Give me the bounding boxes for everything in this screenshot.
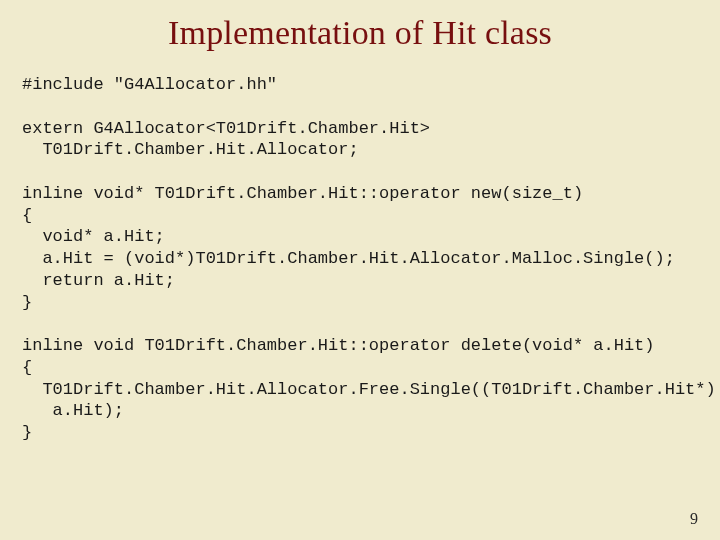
code-block: #include "G4Allocator.hh" extern G4Alloc… xyxy=(0,52,720,444)
slide: Implementation of Hit class #include "G4… xyxy=(0,0,720,540)
slide-title: Implementation of Hit class xyxy=(0,0,720,52)
page-number: 9 xyxy=(690,510,698,528)
